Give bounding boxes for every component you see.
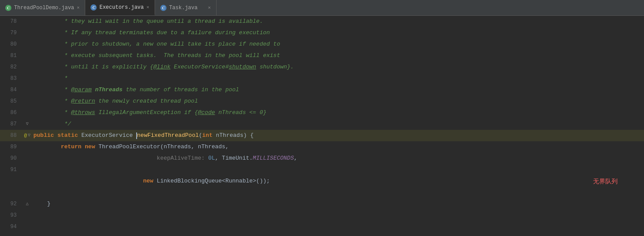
code-area: 78 * they will wait in the queue until a… [0, 16, 644, 236]
gutter-93 [21, 210, 33, 221]
gutter-90 [21, 153, 33, 164]
code-text: IllegalArgumentException if { [95, 107, 198, 118]
tab-bar: C ThreadPoolDemo.java × C Executors.java… [0, 0, 644, 16]
gutter-92: △ [21, 198, 33, 210]
code-text: * execute subsequent tasks. The threads … [33, 50, 280, 61]
code-text: public [33, 130, 54, 141]
code-text: ( [199, 130, 203, 141]
code-text: * they will wait in the queue until a th… [33, 16, 263, 27]
code-text: @code [198, 107, 215, 118]
line-content-82: * until it is explicitly {@link Executor… [33, 61, 644, 73]
code-text: * prior to shutdown, a new one will take… [33, 39, 280, 50]
line-number: 89 [0, 141, 21, 153]
code-text: * [33, 84, 71, 96]
gutter-87: ▽ [21, 118, 33, 130]
tab-icon-threadpooldemo: C [5, 5, 11, 11]
line-content-91: new LinkedBlockingQueue<Runnable>()); 无界… [33, 164, 644, 198]
table-row: 86 * @throws IllegalArgumentException if… [0, 107, 644, 118]
table-row: 84 * @param nThreads the number of threa… [0, 84, 644, 96]
line-number: 91 [0, 164, 21, 198]
code-text: static [58, 130, 78, 141]
line-content-87: */ [33, 118, 644, 130]
code-text: @param [71, 84, 92, 96]
line-content-78: * they will wait in the queue until a th… [33, 16, 644, 27]
table-row: 80 * prior to shutdown, a new one will t… [0, 39, 644, 50]
code-text: return [61, 141, 81, 153]
line-content-90: keepAliveTime: 0L, TimeUnit.MILLISECONDS… [33, 153, 644, 164]
code-text: , TimeUnit. [215, 153, 253, 164]
tab-icon-task: C [160, 5, 166, 11]
code-text: nThreads [95, 84, 122, 96]
at-annotation: @ [24, 130, 27, 141]
code-text: * [33, 73, 68, 84]
line-number: 79 [0, 27, 21, 39]
code-text [33, 141, 61, 153]
line-number: 86 [0, 107, 21, 118]
code-text: new [85, 141, 95, 153]
code-text [33, 153, 157, 164]
code-text: nThreads <= 0} [215, 107, 267, 118]
line-number: 83 [0, 73, 21, 84]
tab-close-executors[interactable]: × [146, 5, 149, 10]
code-text: newFixedThreadPool [137, 130, 199, 141]
code-text: nThreads) { [213, 130, 254, 141]
gutter-89 [21, 141, 33, 153]
code-text [92, 84, 95, 96]
table-row: 94 [0, 221, 644, 232]
code-text: @link [153, 61, 170, 73]
tab-threadpooldemo[interactable]: C ThreadPoolDemo.java × [0, 0, 85, 15]
line-content-88: public static ExecutorService newFixedTh… [33, 130, 644, 141]
tab-close-task[interactable]: × [208, 5, 211, 11]
tab-label-threadpooldemo: ThreadPoolDemo.java [14, 5, 74, 11]
ide-window: C ThreadPoolDemo.java × C Executors.java… [0, 0, 644, 236]
table-row: 92 △ } [0, 198, 644, 210]
gutter-80 [21, 39, 33, 50]
code-left: new LinkedBlockingQueue<Runnable>()); [33, 164, 270, 198]
gutter-78 [21, 16, 33, 27]
line-content-94 [33, 221, 644, 232]
gutter-83 [21, 73, 33, 84]
line-content-81: * execute subsequent tasks. The threads … [33, 50, 644, 61]
line-content-85: * @return the newly created thread pool [33, 96, 644, 107]
table-row: 78 * they will wait in the queue until a… [0, 16, 644, 27]
gutter-88: @ ▽ [21, 130, 33, 141]
line-number: 94 [0, 221, 21, 232]
tab-task[interactable]: C Task.java × [155, 0, 217, 15]
tab-icon-executors: C [90, 4, 97, 11]
tab-label-task: Task.java [169, 5, 198, 11]
code-text: the newly created thread pool [95, 96, 198, 107]
line-number: 90 [0, 153, 21, 164]
table-row: 87 ▽ */ [0, 118, 644, 130]
code-text: keepAliveTime: [157, 153, 208, 164]
fold-icon-87[interactable]: ▽ [26, 118, 29, 130]
line-number: 84 [0, 84, 21, 96]
fold-icon-88[interactable]: ▽ [28, 130, 30, 141]
table-row: 83 * [0, 73, 644, 84]
code-text: int [202, 130, 212, 141]
line-content-83: * [33, 73, 644, 84]
gutter-81 [21, 50, 33, 61]
line-content-84: * @param nThreads the number of threads … [33, 84, 644, 96]
code-text: shutdown [229, 61, 256, 73]
table-row: 90 keepAliveTime: 0L, TimeUnit.MILLISECO… [0, 153, 644, 164]
tab-executors[interactable]: C Executors.java × [85, 0, 155, 15]
line-content-92: } [33, 198, 644, 210]
line-number: 87 [0, 118, 21, 130]
fold-icon-92[interactable]: △ [26, 198, 29, 210]
code-text: LinkedBlockingQueue<Runnable>()); [153, 178, 270, 184]
line-content-89: return new ThreadPoolExecutor(nThreads, … [33, 141, 644, 153]
tab-close-threadpooldemo[interactable]: × [77, 5, 80, 11]
gutter-84 [21, 84, 33, 96]
table-row: 91 new LinkedBlockingQueue<Runnable>());… [0, 164, 644, 198]
code-text [81, 141, 85, 153]
line-number: 88 [0, 130, 21, 141]
gutter-85 [21, 96, 33, 107]
line-number: 85 [0, 96, 21, 107]
code-text: new [143, 178, 153, 184]
line-number: 78 [0, 16, 21, 27]
line-number: 81 [0, 50, 21, 61]
line-number: 92 [0, 198, 21, 210]
code-text: MILLISECONDS [253, 153, 294, 164]
gutter-79 [21, 27, 33, 39]
editor-area[interactable]: 78 * they will wait in the queue until a… [0, 16, 644, 236]
